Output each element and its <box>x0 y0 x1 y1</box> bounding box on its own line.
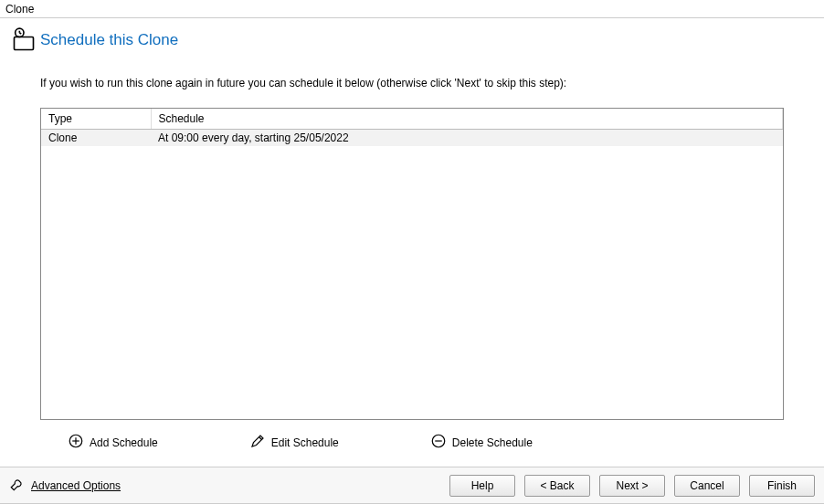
page-title: Schedule this Clone <box>40 31 178 49</box>
next-button[interactable]: Next > <box>599 475 665 497</box>
finish-button[interactable]: Finish <box>749 475 815 497</box>
advanced-options-link[interactable]: Advanced Options <box>9 476 121 495</box>
schedule-table: Type Schedule Clone At 09:00 every day, … <box>41 109 783 146</box>
schedule-actions: Add Schedule Edit Schedule Delete Schedu… <box>40 420 784 457</box>
back-button[interactable]: < Back <box>524 475 590 497</box>
svg-line-8 <box>19 33 21 34</box>
wizard-footer: Advanced Options Help < Back Next > Canc… <box>0 467 824 503</box>
delete-schedule-label: Delete Schedule <box>452 436 533 449</box>
schedule-table-container: Type Schedule Clone At 09:00 every day, … <box>40 108 784 420</box>
calendar-clock-icon <box>11 27 37 53</box>
edit-schedule-button[interactable]: Edit Schedule <box>249 433 339 452</box>
add-schedule-button[interactable]: Add Schedule <box>68 433 158 452</box>
cell-type: Clone <box>41 130 151 147</box>
column-header-schedule[interactable]: Schedule <box>151 109 783 130</box>
wizard-buttons: Help < Back Next > Cancel Finish <box>449 475 815 497</box>
cancel-button[interactable]: Cancel <box>674 475 740 497</box>
help-button[interactable]: Help <box>449 475 515 497</box>
pencil-icon <box>249 433 266 452</box>
window-titlebar: Clone <box>0 0 824 18</box>
minus-circle-icon <box>430 433 447 452</box>
column-header-type[interactable]: Type <box>41 109 151 130</box>
plus-circle-icon <box>68 433 84 452</box>
cell-schedule: At 09:00 every day, starting 25/05/2022 <box>151 130 783 147</box>
table-row[interactable]: Clone At 09:00 every day, starting 25/05… <box>41 130 783 147</box>
advanced-options-label: Advanced Options <box>31 479 121 492</box>
main-content: If you wish to run this clone again in f… <box>0 58 824 467</box>
window-title: Clone <box>5 3 34 16</box>
svg-line-12 <box>259 437 261 440</box>
add-schedule-label: Add Schedule <box>90 436 158 449</box>
page-header: Schedule this Clone <box>0 18 824 58</box>
instruction-text: If you wish to run this clone again in f… <box>40 77 784 89</box>
wrench-icon <box>9 476 26 495</box>
delete-schedule-button[interactable]: Delete Schedule <box>430 433 533 452</box>
edit-schedule-label: Edit Schedule <box>271 436 339 449</box>
